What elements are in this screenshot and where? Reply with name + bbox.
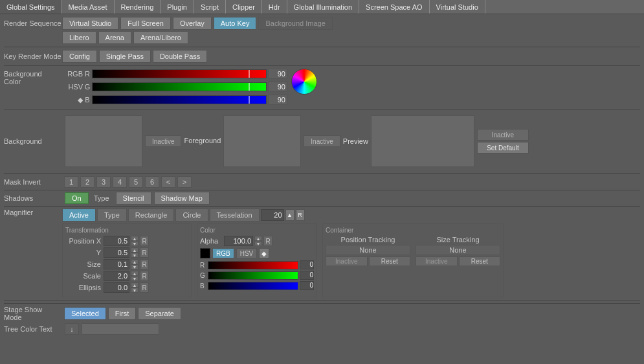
background-inactive-btn[interactable]: Inactive [145,135,181,147]
ellipsis-down[interactable]: ▼ [131,288,139,293]
pos-y-down[interactable]: ▼ [131,253,139,258]
position-tracking-reset-btn[interactable]: Reset [369,256,411,266]
color-sliders-container: RGB R 90 HSV G 90 ◆ B [62,69,287,106]
color-r-slider[interactable] [208,261,298,269]
g-slider[interactable] [92,82,267,91]
tree-color-icon[interactable]: ↓ [65,323,79,335]
mask-next-btn[interactable]: > [177,176,192,188]
size-tracking-dropdown[interactable]: None [416,245,500,255]
preview-inactive-btn[interactable]: Inactive [477,129,529,141]
alpha-input[interactable]: 100.0 [224,236,253,246]
mask-btn-2[interactable]: 2 [80,176,94,188]
color-g-slider[interactable] [208,271,298,280]
tess-spin-up[interactable]: ▲ [285,209,294,221]
scale-input[interactable]: 2.0 [104,271,129,281]
r-value[interactable]: 90 [268,69,287,79]
nav-global-settings[interactable]: Global Settings [0,0,62,14]
ellipsis-input[interactable]: 0.0 [104,282,129,293]
btn-single-pass[interactable]: Single Pass [99,50,151,63]
eyedropper-icon[interactable]: ◆ [62,96,83,104]
btn-overlay[interactable]: Overlay [173,17,212,30]
shadows-on-btn[interactable]: On [65,192,89,204]
alpha-reset[interactable]: R [263,236,272,246]
stage-selected-btn[interactable]: Selected [64,307,106,320]
position-tracking-inactive-btn[interactable]: Inactive [326,256,368,266]
pos-y-up[interactable]: ▲ [131,247,139,253]
stage-separate-btn[interactable]: Separate [138,307,181,320]
g-value[interactable]: 90 [268,82,287,92]
size-tracking-inactive-btn[interactable]: Inactive [416,256,458,266]
pos-x-input[interactable]: 0.5 [104,236,129,246]
tab-tesselation[interactable]: Tesselation [210,209,260,222]
btn-auto-key[interactable]: Auto Key [214,17,257,30]
ellipsis-up[interactable]: ▲ [131,282,139,288]
mask-btn-5[interactable]: 5 [129,176,143,188]
size-down[interactable]: ▼ [131,264,139,269]
alpha-down[interactable]: ▼ [254,241,262,246]
nav-virtual-studio[interactable]: Virtual Studio [430,0,485,14]
pos-x-spin[interactable]: ▲ ▼ [131,236,139,246]
alpha-up[interactable]: ▲ [254,236,262,241]
mask-btn-3[interactable]: 3 [96,176,111,188]
scale-reset[interactable]: R [140,271,149,281]
mask-btn-4[interactable]: 4 [113,176,127,188]
ellipsis-spin[interactable]: ▲ ▼ [131,282,139,293]
mask-prev-btn[interactable]: < [161,176,175,188]
color-b-slider[interactable] [208,282,298,290]
scale-down[interactable]: ▼ [131,276,139,281]
color-rgb-tab[interactable]: RGB [212,248,234,258]
color-wheel[interactable] [291,69,317,95]
tesselation-value-input[interactable]: 20 [261,209,284,221]
pos-x-up[interactable]: ▲ [131,236,139,241]
pos-x-down[interactable]: ▼ [131,241,139,246]
pos-x-reset[interactable]: R [140,236,149,246]
set-default-btn[interactable]: Set Default [477,142,529,154]
nav-rendering[interactable]: Rendering [115,0,161,14]
size-up[interactable]: ▲ [131,259,139,264]
b-slider[interactable] [92,95,267,104]
btn-arena[interactable]: Arena [98,31,131,44]
btn-double-pass[interactable]: Double Pass [153,50,207,63]
btn-virtual-studio[interactable]: Virtual Studio [62,17,118,30]
btn-background-image[interactable]: Background Image [258,17,332,30]
btn-config[interactable]: Config [62,50,97,63]
size-reset[interactable]: R [140,259,149,269]
scale-spin[interactable]: ▲ ▼ [131,271,139,281]
btn-full-screen[interactable]: Full Screen [120,17,171,30]
stage-first-btn[interactable]: First [108,307,136,320]
position-tracking-dropdown[interactable]: None [326,245,410,255]
b-value[interactable]: 90 [268,95,287,105]
alpha-spin[interactable]: ▲ ▼ [254,236,262,246]
size-spin[interactable]: ▲ ▼ [131,259,139,269]
mask-btn-6[interactable]: 6 [145,176,159,188]
nav-media-asset[interactable]: Media Asset [62,0,115,14]
shadows-shadow-map-btn[interactable]: Shadow Map [154,192,210,205]
tess-reset-btn[interactable]: R [296,209,305,221]
mask-btn-1[interactable]: 1 [64,176,78,188]
color-eyedropper-btn[interactable]: ◆ [259,248,269,258]
foreground-inactive-btn[interactable]: Inactive [304,135,340,147]
tab-active[interactable]: Active [62,209,96,222]
scale-up[interactable]: ▲ [131,271,139,276]
nav-global-illumination[interactable]: Global Illumination [287,0,360,14]
r-slider[interactable] [92,69,267,78]
shadows-stencil-btn[interactable]: Stencil [116,192,151,205]
ellipsis-reset[interactable]: R [140,282,149,293]
pos-y-reset[interactable]: R [140,247,149,258]
pos-y-input[interactable]: 0.5 [104,247,129,258]
tab-circle[interactable]: Circle [175,209,208,222]
nav-clipper[interactable]: Clipper [226,0,262,14]
btn-arena-libero[interactable]: Arena/Libero [133,31,188,44]
tree-color-input[interactable] [82,323,159,335]
btn-libero[interactable]: Libero [62,31,96,44]
nav-script[interactable]: Script [194,0,226,14]
size-tracking-reset-btn[interactable]: Reset [459,256,501,266]
nav-plugin[interactable]: Plugin [161,0,194,14]
nav-screen-space-ao[interactable]: Screen Space AO [359,0,429,14]
tab-rectangle[interactable]: Rectangle [128,209,175,222]
color-hsv-tab[interactable]: HSV [236,248,258,258]
tab-type[interactable]: Type [97,209,127,222]
nav-hdr[interactable]: Hdr [262,0,287,14]
size-input[interactable]: 0.1 [104,259,129,269]
pos-y-spin[interactable]: ▲ ▼ [131,247,139,258]
